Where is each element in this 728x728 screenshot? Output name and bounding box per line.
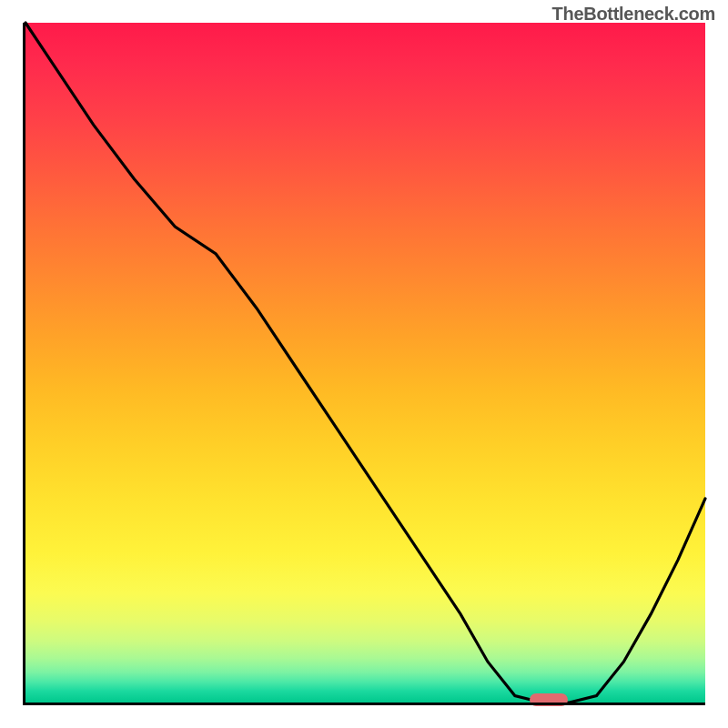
watermark-text: TheBottleneck.com (552, 4, 715, 25)
chart-container: TheBottleneck.com (0, 0, 728, 728)
axes-frame (23, 23, 705, 705)
